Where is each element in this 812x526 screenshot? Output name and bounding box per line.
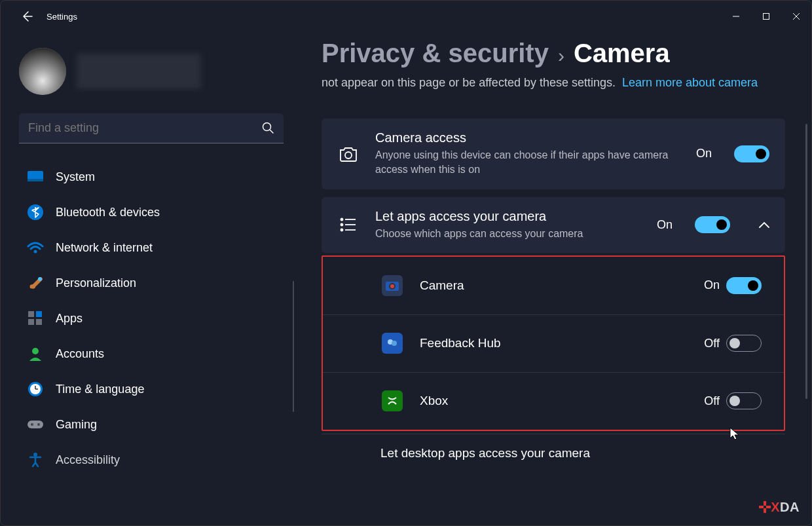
- sidebar-item-label: Network & internet: [56, 241, 153, 255]
- card-title: Camera access: [375, 130, 680, 145]
- toggle-state-label: Off: [704, 394, 720, 408]
- svg-point-33: [390, 284, 394, 288]
- page-description: not appear on this page or be affected b…: [322, 73, 785, 92]
- sidebar-item-label: Accounts: [56, 347, 104, 361]
- back-button[interactable]: [14, 10, 40, 23]
- chevron-right-icon: ›: [558, 45, 564, 67]
- sidebar-item-apps[interactable]: Apps: [19, 301, 284, 336]
- close-button[interactable]: [781, 1, 811, 32]
- svg-rect-39: [759, 506, 764, 508]
- sidebar-item-personalization[interactable]: Personalization: [19, 265, 284, 301]
- user-name-redacted: [77, 54, 201, 89]
- svg-rect-13: [28, 319, 34, 325]
- toggle-camera-access[interactable]: [734, 145, 769, 162]
- app-icon-xbox: [382, 390, 403, 411]
- search-input[interactable]: [19, 113, 284, 143]
- svg-rect-37: [764, 501, 766, 506]
- window-title: Settings: [46, 12, 77, 22]
- watermark-x: X: [771, 500, 780, 514]
- svg-rect-20: [28, 421, 43, 428]
- sidebar-scrollbar[interactable]: [293, 281, 294, 412]
- toggle-state-label: On: [657, 218, 673, 232]
- app-row-camera: Camera On: [323, 257, 784, 314]
- card-title: Let apps access your camera: [375, 209, 641, 224]
- sidebar-item-label: Bluetooth & devices: [56, 206, 160, 219]
- card-let-apps-access[interactable]: Let apps access your camera Choose which…: [322, 197, 785, 253]
- sidebar-item-label: Apps: [56, 312, 83, 326]
- svg-point-22: [37, 423, 40, 426]
- bluetooth-icon: [27, 204, 44, 221]
- svg-point-4: [263, 123, 271, 131]
- svg-point-9: [34, 250, 37, 254]
- sidebar-item-label: Personalization: [56, 276, 136, 290]
- svg-point-21: [31, 423, 33, 426]
- svg-point-27: [341, 224, 343, 226]
- user-info[interactable]: [19, 48, 284, 95]
- system-icon: [27, 168, 44, 185]
- toggle-state-label: On: [696, 147, 712, 160]
- description-text: not appear on this page or be affected b…: [322, 76, 616, 89]
- svg-rect-12: [36, 311, 42, 317]
- svg-point-29: [341, 229, 343, 231]
- minimize-button[interactable]: [721, 1, 751, 32]
- titlebar: Settings: [1, 1, 811, 32]
- svg-rect-38: [764, 508, 766, 513]
- learn-more-link[interactable]: Learn more about camera: [622, 76, 758, 89]
- accessibility-icon: [27, 451, 44, 468]
- app-name: Xbox: [420, 394, 704, 408]
- svg-point-10: [38, 277, 42, 281]
- toggle-state-label: On: [704, 278, 720, 292]
- sidebar-item-accessibility[interactable]: Accessibility: [19, 442, 284, 478]
- card-desktop-apps-partial[interactable]: Let desktop apps access your camera: [322, 434, 785, 473]
- sidebar: System Bluetooth & devices Network & int…: [1, 32, 302, 525]
- toggle-app-feedback-hub[interactable]: [726, 335, 762, 352]
- app-row-xbox: Xbox Off: [323, 372, 784, 430]
- sidebar-item-network[interactable]: Network & internet: [19, 230, 284, 265]
- list-icon: [337, 217, 360, 232]
- sidebar-item-accounts[interactable]: Accounts: [19, 336, 284, 371]
- app-name: Feedback Hub: [420, 336, 704, 350]
- window-controls: [721, 1, 811, 32]
- chevron-up-icon[interactable]: [759, 219, 769, 231]
- main-content: Privacy & security › Camera not appear o…: [302, 32, 811, 525]
- app-row-feedback-hub: Feedback Hub Off: [323, 314, 784, 372]
- card-camera-access: Camera access Anyone using this device c…: [322, 119, 785, 189]
- brush-icon: [27, 274, 44, 291]
- svg-point-35: [392, 341, 397, 346]
- svg-point-25: [341, 219, 343, 221]
- sidebar-item-system[interactable]: System: [19, 159, 284, 195]
- gamepad-icon: [27, 416, 44, 433]
- account-icon: [27, 345, 44, 362]
- app-icon-camera: [382, 275, 403, 296]
- watermark: XDA: [759, 500, 800, 515]
- clock-icon: [27, 381, 44, 398]
- maximize-button[interactable]: [751, 1, 781, 32]
- svg-point-36: [386, 395, 398, 407]
- svg-point-24: [345, 152, 352, 159]
- svg-point-23: [33, 453, 37, 457]
- main-scrollbar[interactable]: [805, 124, 807, 399]
- toggle-let-apps[interactable]: [695, 216, 730, 233]
- card-subtitle: Anyone using this device can choose if t…: [375, 148, 680, 178]
- svg-line-5: [270, 130, 274, 134]
- sidebar-item-gaming[interactable]: Gaming: [19, 407, 284, 442]
- svg-point-15: [32, 348, 39, 354]
- sidebar-item-label: Accessibility: [56, 453, 120, 467]
- apps-icon: [27, 310, 44, 327]
- sidebar-item-label: Time & language: [56, 383, 144, 396]
- svg-rect-1: [764, 14, 769, 20]
- toggle-app-camera[interactable]: [726, 277, 762, 294]
- svg-rect-7: [28, 179, 43, 181]
- wifi-icon: [27, 239, 44, 256]
- sidebar-item-time-language[interactable]: Time & language: [19, 371, 284, 407]
- search-container: [19, 113, 284, 143]
- sidebar-item-bluetooth[interactable]: Bluetooth & devices: [19, 195, 284, 230]
- toggle-state-label: Off: [704, 337, 720, 350]
- avatar: [19, 48, 66, 95]
- sidebar-item-label: System: [56, 170, 95, 184]
- toggle-app-xbox[interactable]: [726, 392, 762, 409]
- breadcrumb-current: Camera: [574, 39, 670, 68]
- card-title: Let desktop apps access your camera: [380, 446, 590, 460]
- breadcrumb-parent[interactable]: Privacy & security: [322, 39, 549, 68]
- svg-rect-14: [36, 319, 42, 325]
